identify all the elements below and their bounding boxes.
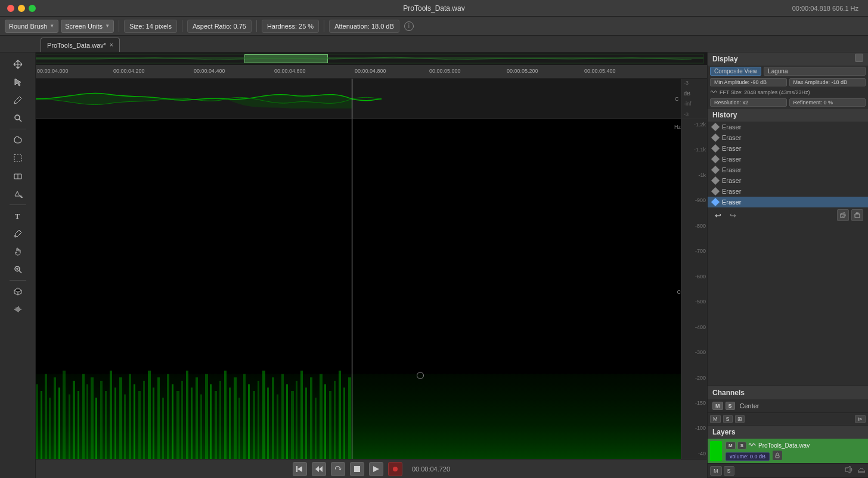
zoom-in-tool-btn[interactable] — [10, 261, 26, 278]
undo-btn[interactable]: ↩ — [712, 210, 724, 221]
3d-tool-btn[interactable] — [10, 283, 26, 300]
units-selector[interactable]: Screen Units ▼ — [61, 20, 114, 33]
title-time-display: 00:00:04.818 606.1 Hz — [792, 5, 858, 12]
history-item-5[interactable]: Eraser — [708, 175, 868, 186]
stop-btn[interactable] — [350, 462, 364, 476]
hz-label-12: -100 — [683, 425, 706, 431]
display-layers-icon[interactable] — [855, 54, 863, 62]
svg-rect-73 — [296, 381, 297, 459]
history-diamond-2 — [711, 144, 720, 153]
max-amplitude-display[interactable]: Max Amplitude: -18 dB — [789, 78, 866, 86]
svg-rect-41 — [143, 381, 145, 459]
copy-btn[interactable] — [837, 209, 849, 221]
history-item-1[interactable]: Eraser — [708, 132, 868, 143]
min-amplitude-display[interactable]: Min Amplitude: -90 dB — [710, 78, 787, 86]
svg-rect-27 — [78, 391, 79, 459]
overview-bar[interactable] — [36, 52, 707, 66]
history-item-7[interactable]: Eraser — [708, 197, 868, 207]
hardness-info[interactable]: Hardness: 25 % — [262, 20, 319, 33]
tab-protools[interactable]: ProTools_Data.wav* × — [41, 38, 120, 52]
ch-toolbar-grid[interactable]: ⊞ — [735, 415, 745, 423]
type-tool-btn[interactable]: T — [10, 207, 26, 224]
ch-toolbar-s[interactable]: S — [723, 415, 733, 423]
history-item-6[interactable]: Eraser — [708, 186, 868, 197]
brush-label: Round Brush — [9, 23, 47, 30]
right-panel: Display Composite View Laguna Min Amplit… — [707, 52, 868, 478]
layer-lock-icon[interactable] — [773, 451, 782, 460]
svg-text:T: T — [15, 212, 20, 221]
rewind-btn[interactable] — [312, 462, 326, 476]
rubber-tool-btn[interactable] — [10, 150, 26, 166]
hz-label-2: -1k — [683, 172, 706, 178]
history-item-3[interactable]: Eraser — [708, 154, 868, 164]
toolbar-sep-3 — [256, 20, 257, 32]
channel-c-label: C — [675, 96, 681, 102]
svg-point-1 — [15, 115, 20, 120]
svg-rect-83 — [343, 387, 345, 459]
tab-close-button[interactable]: × — [110, 42, 113, 48]
layers-expand-icon[interactable] — [857, 465, 866, 476]
paint-btn[interactable] — [10, 185, 26, 202]
composite-view-btn[interactable]: Composite View — [710, 67, 761, 76]
eyedropper-tool-btn[interactable] — [10, 225, 26, 242]
tool-sep-3 — [10, 280, 26, 281]
laguna-btn[interactable]: Laguna — [764, 67, 866, 76]
select-tool-btn[interactable] — [10, 74, 26, 91]
hand-tool-btn[interactable] — [10, 243, 26, 260]
layer-s-btn[interactable]: S — [737, 442, 746, 449]
display-amplitude-row: Min Amplitude: -90 dB Max Amplitude: -18… — [708, 77, 868, 88]
window-title: ProTools_Data.wav — [403, 4, 464, 13]
channel-s-btn[interactable]: S — [726, 402, 735, 410]
play-btn[interactable] — [369, 462, 383, 476]
lasso-tool-btn[interactable] — [10, 132, 26, 148]
attenuation-info[interactable]: Attenuation: 18.0 dB — [329, 20, 399, 33]
pencil-tool-btn[interactable] — [10, 92, 26, 108]
brush-selector[interactable]: Round Brush ▼ — [5, 20, 58, 33]
history-section: History Eraser Eraser Eraser Eraser — [708, 108, 868, 386]
hz-scale: -1.2k -1.1k -1k -900 -800 -700 -600 -500… — [681, 119, 707, 459]
overview-selection[interactable] — [244, 54, 328, 63]
channel-center-row: M S Center — [708, 399, 868, 412]
loop-btn[interactable] — [331, 462, 345, 476]
rewind-to-start-btn[interactable] — [293, 462, 307, 476]
eraser-tool-btn[interactable] — [10, 167, 26, 184]
maximize-button[interactable] — [29, 5, 36, 12]
ch-toolbar-expand[interactable]: ⊳ — [855, 415, 866, 423]
channels-toolbar: M S ⊞ ⊳ — [708, 412, 868, 425]
paste-btn[interactable] — [851, 209, 863, 221]
history-label-3: Eraser — [722, 156, 741, 163]
layers-speaker-icon[interactable] — [845, 465, 853, 476]
size-info[interactable]: Size: 14 pixels — [124, 20, 177, 33]
aspect-info[interactable]: Aspect Ratio: 0.75 — [187, 20, 252, 33]
tool-sep-2 — [10, 204, 26, 205]
svg-rect-92 — [841, 214, 844, 218]
display-resolution-row: Resolution: x2 Refinement: 0 % — [708, 97, 868, 108]
playback-controls: 00:00:04.720 — [36, 459, 707, 478]
spectrogram-view[interactable]: -1.2k -1.1k -1k -900 -800 -700 -600 -500… — [36, 119, 707, 459]
refinement-display[interactable]: Refinement: 0 % — [789, 98, 866, 107]
layer-m-btn[interactable]: M — [726, 442, 736, 449]
resolution-display[interactable]: Resolution: x2 — [710, 98, 787, 107]
close-button[interactable] — [7, 5, 14, 12]
move-tool-btn[interactable] — [10, 56, 26, 73]
audio-tool-btn[interactable] — [10, 301, 26, 318]
svg-rect-78 — [320, 374, 323, 460]
svg-rect-69 — [277, 395, 278, 459]
layers-btn-s[interactable]: S — [724, 466, 734, 476]
record-btn[interactable] — [388, 462, 402, 476]
history-item-0[interactable]: Eraser — [708, 122, 868, 132]
layer-protools-row[interactable]: M S ProTools_Data.wav volume: 0.0 dB — [708, 439, 868, 463]
ch-toolbar-m[interactable]: M — [710, 415, 721, 423]
info-icon[interactable]: i — [404, 21, 414, 31]
minimize-button[interactable] — [18, 5, 25, 12]
history-label-2: Eraser — [722, 145, 741, 152]
channel-m-btn[interactable]: M — [712, 402, 723, 410]
search-tool-btn[interactable] — [10, 110, 26, 126]
hz-label-6: -600 — [683, 274, 706, 280]
history-item-2[interactable]: Eraser — [708, 143, 868, 154]
history-item-4[interactable]: Eraser — [708, 164, 868, 175]
layers-btn-m[interactable]: M — [710, 466, 722, 476]
redo-btn[interactable]: ↪ — [727, 210, 739, 221]
svg-rect-26 — [73, 381, 75, 459]
ruler-label-4: 00:00:04.800 — [355, 68, 386, 74]
